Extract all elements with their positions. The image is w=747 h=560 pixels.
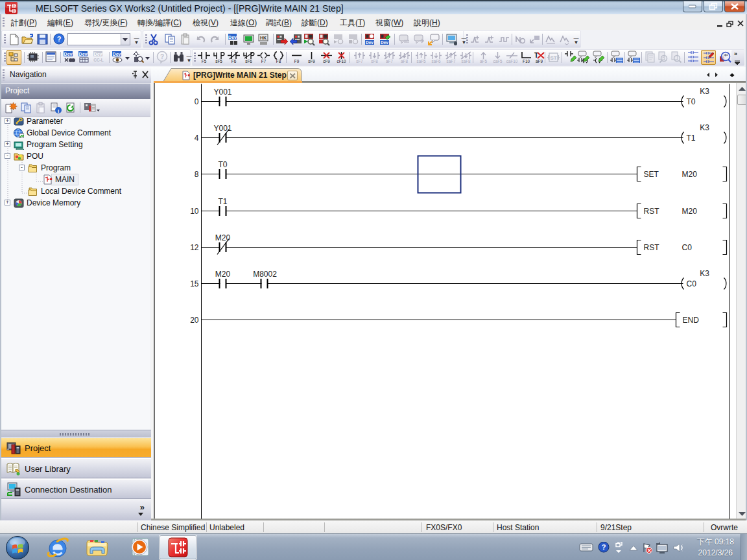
svg-text:T1: T1 <box>218 197 227 206</box>
svg-text:M20: M20 <box>682 207 698 216</box>
svg-text:Dev: Dev <box>113 52 121 56</box>
svg-text:Dev: Dev <box>366 40 374 45</box>
svg-text:M8002: M8002 <box>253 270 277 279</box>
svg-text:RST: RST <box>644 207 660 216</box>
svg-text:HK: HK <box>260 36 267 40</box>
svg-text:Y001: Y001 <box>213 88 231 97</box>
svg-text:M20: M20 <box>682 170 698 179</box>
svg-text:i: i <box>58 108 59 114</box>
svg-text:Dev: Dev <box>228 35 237 40</box>
svg-text:Dev: Dev <box>381 40 388 45</box>
svg-text:0: 0 <box>195 97 199 106</box>
svg-text:12: 12 <box>190 243 199 252</box>
svg-text:T0: T0 <box>687 97 696 106</box>
svg-text:ST: ST <box>550 55 556 61</box>
svg-text:CC-L: CC-L <box>93 58 104 62</box>
svg-text:K3: K3 <box>700 87 709 96</box>
svg-text:?: ? <box>602 543 606 551</box>
svg-text:C0: C0 <box>687 279 697 288</box>
svg-text:SET: SET <box>644 170 659 179</box>
svg-text:K3: K3 <box>700 269 709 278</box>
svg-text:Dev: Dev <box>79 52 88 56</box>
svg-text:10: 10 <box>190 207 199 216</box>
svg-text:T0: T0 <box>218 160 227 169</box>
svg-text:M20: M20 <box>215 233 231 242</box>
svg-text:20: 20 <box>190 316 199 325</box>
svg-text:END: END <box>683 316 700 325</box>
svg-text:RST: RST <box>644 243 660 252</box>
svg-text:C0: C0 <box>682 243 693 252</box>
svg-text:8: 8 <box>195 170 199 179</box>
svg-text:15: 15 <box>190 279 199 288</box>
svg-text:Y001: Y001 <box>213 124 231 133</box>
svg-text:?: ? <box>160 53 164 60</box>
svg-text:?: ? <box>57 35 62 43</box>
svg-text:T1: T1 <box>687 134 696 143</box>
svg-text:M20: M20 <box>215 270 231 279</box>
svg-text:4: 4 <box>195 134 199 143</box>
svg-text:Dev: Dev <box>64 52 73 56</box>
svg-text:K3: K3 <box>700 123 709 132</box>
svg-text:Dev: Dev <box>94 52 102 56</box>
